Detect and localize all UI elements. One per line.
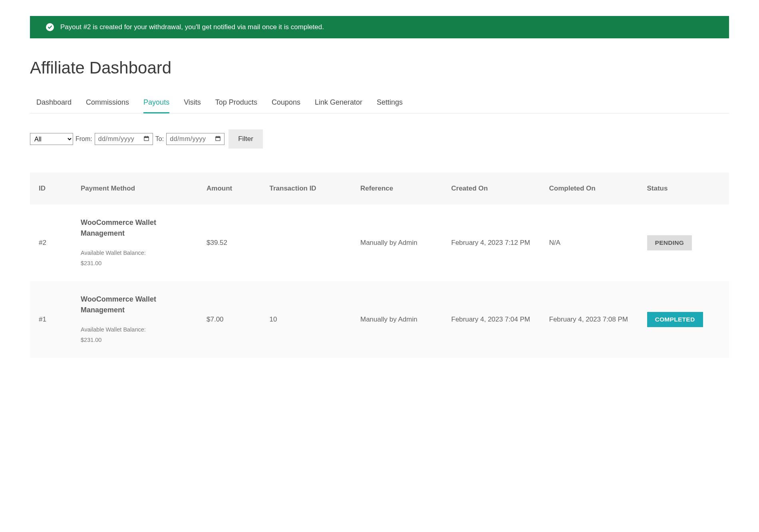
page-title: Affiliate Dashboard [30, 58, 729, 77]
from-label: From: [76, 135, 92, 143]
cell-id: #1 [30, 281, 72, 358]
calendar-icon [215, 135, 221, 143]
to-date-input[interactable]: dd/mm/yyyy [166, 133, 225, 145]
payouts-table: ID Payment Method Amount Transaction ID … [30, 173, 729, 358]
table-row: #2WooCommerce Wallet ManagementAvailable… [30, 204, 729, 281]
to-label: To: [155, 135, 164, 143]
notice-message: Payout #2 is created for your withdrawal… [60, 23, 324, 31]
check-circle-icon [46, 23, 54, 31]
tab-top-products[interactable]: Top Products [215, 93, 257, 113]
payment-method-title: WooCommerce Wallet Management [81, 217, 189, 239]
status-badge: COMPLETED [647, 312, 703, 327]
header-id: ID [30, 173, 72, 204]
header-reference: Reference [352, 173, 443, 204]
cell-payment-method: WooCommerce Wallet ManagementAvailable W… [72, 281, 198, 358]
cell-amount: $7.00 [198, 281, 261, 358]
wallet-balance-label: Available Wallet Balance: [81, 324, 189, 335]
cell-payment-method: WooCommerce Wallet ManagementAvailable W… [72, 204, 198, 281]
svg-rect-1 [144, 137, 149, 138]
cell-transaction-id [261, 204, 352, 281]
header-status: Status [638, 173, 729, 204]
wallet-balance-value: $231.00 [81, 258, 189, 268]
tab-settings[interactable]: Settings [377, 93, 403, 113]
status-badge: PENDING [647, 235, 692, 250]
cell-status: COMPLETED [638, 281, 729, 358]
calendar-icon [143, 135, 149, 143]
header-created-on: Created On [443, 173, 540, 204]
cell-reference: Manually by Admin [352, 281, 443, 358]
payment-method-title: WooCommerce Wallet Management [81, 294, 189, 316]
table-row: #1WooCommerce Wallet ManagementAvailable… [30, 281, 729, 358]
cell-completed-on: February 4, 2023 7:08 PM [540, 281, 638, 358]
wallet-balance-label: Available Wallet Balance: [81, 248, 189, 258]
status-filter-select[interactable]: All [30, 133, 73, 145]
header-payment-method: Payment Method [72, 173, 198, 204]
cell-completed-on: N/A [540, 204, 638, 281]
tab-bar: DashboardCommissionsPayoutsVisitsTop Pro… [30, 93, 729, 113]
filter-button[interactable]: Filter [228, 129, 263, 149]
tab-coupons[interactable]: Coupons [272, 93, 300, 113]
wallet-balance-value: $231.00 [81, 335, 189, 345]
tab-payouts[interactable]: Payouts [143, 93, 169, 113]
filter-bar: All From: dd/mm/yyyy To: dd/mm/yyyy Filt… [30, 129, 729, 149]
header-amount: Amount [198, 173, 261, 204]
tab-dashboard[interactable]: Dashboard [36, 93, 72, 113]
cell-reference: Manually by Admin [352, 204, 443, 281]
tab-link-generator[interactable]: Link Generator [315, 93, 362, 113]
cell-created-on: February 4, 2023 7:04 PM [443, 281, 540, 358]
cell-id: #2 [30, 204, 72, 281]
date-placeholder: dd/mm/yyyy [170, 135, 206, 143]
header-transaction-id: Transaction ID [261, 173, 352, 204]
success-notice: Payout #2 is created for your withdrawal… [30, 16, 729, 38]
tab-commissions[interactable]: Commissions [86, 93, 129, 113]
tab-visits[interactable]: Visits [184, 93, 201, 113]
cell-amount: $39.52 [198, 204, 261, 281]
date-placeholder: dd/mm/yyyy [98, 135, 134, 143]
cell-status: PENDING [638, 204, 729, 281]
cell-transaction-id: 10 [261, 281, 352, 358]
table-header-row: ID Payment Method Amount Transaction ID … [30, 173, 729, 204]
from-date-input[interactable]: dd/mm/yyyy [95, 133, 153, 145]
svg-rect-5 [216, 137, 220, 138]
cell-created-on: February 4, 2023 7:12 PM [443, 204, 540, 281]
header-completed-on: Completed On [540, 173, 638, 204]
